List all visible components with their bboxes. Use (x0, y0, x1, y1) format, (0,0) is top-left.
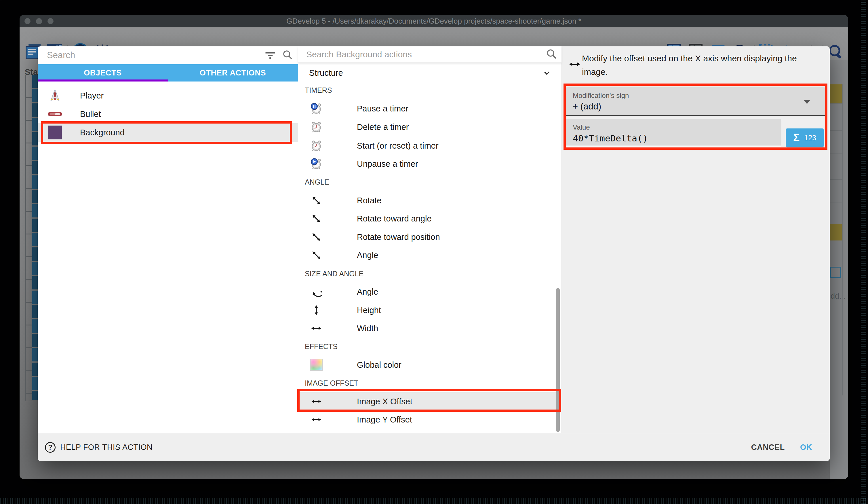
action-item-image-y-offset[interactable]: Image Y Offset (298, 410, 561, 429)
object-item-background[interactable]: Background (38, 123, 298, 142)
action-item-global-color[interactable]: Global color (298, 356, 561, 374)
timer-pause-icon (310, 102, 323, 115)
objects-search-row (38, 47, 298, 64)
actions-search-row (298, 47, 561, 63)
player-ship-icon (48, 89, 62, 102)
background-panel-strip: dd... (830, 60, 848, 479)
tab-other-actions[interactable]: OTHER ACTIONS (168, 64, 298, 81)
ok-button[interactable]: OK (793, 433, 819, 461)
search-icon[interactable] (282, 49, 293, 62)
highlighted-action-fragment (830, 224, 843, 241)
search-toolbar-icon[interactable] (828, 44, 844, 61)
action-item-image-x-offset[interactable]: Image X Offset (298, 392, 561, 411)
horizontal-arrows-icon (310, 323, 323, 334)
active-tab-underline (38, 80, 168, 81)
color-palette-icon (310, 359, 323, 371)
help-icon: ? (45, 442, 55, 453)
action-item-start-timer[interactable]: Start (or reset) a timer (298, 137, 561, 155)
action-item-rotate[interactable]: Rotate (298, 191, 561, 210)
objects-tabbar: OBJECTS OTHER ACTIONS (38, 64, 298, 81)
action-description: Modify the offset used on the X axis whe… (582, 52, 812, 79)
action-item-delete-timer[interactable]: Delete a timer (298, 118, 561, 136)
objects-search-input[interactable] (46, 50, 264, 61)
action-item-width[interactable]: Width (298, 319, 561, 337)
screenshot-stage: GDevelop 5 - /Users/dkarakay/Documents/G… (0, 0, 868, 504)
action-item-height[interactable]: Height (298, 301, 561, 319)
section-header-effects: EFFECTS (298, 337, 561, 356)
value-expression-field[interactable]: Value 40*TimeDelta() (566, 119, 782, 146)
action-item-rotate-toward-position[interactable]: Rotate toward position (298, 228, 561, 246)
action-item-angle-size[interactable]: Angle (298, 283, 561, 301)
gdevelop-window: GDevelop 5 - /Users/dkarakay/Documents/G… (20, 15, 848, 479)
rotate-arrow-icon (310, 195, 323, 206)
section-header-angle: ANGLE (298, 173, 561, 191)
dropdown-arrow-icon (804, 100, 810, 104)
actions-panel: Structure TIMERS Pause a timer Delete a … (298, 47, 561, 433)
horizontal-arrows-icon (310, 414, 323, 425)
action-item-unpause-timer[interactable]: Unpause a timer (298, 155, 561, 173)
section-header-size-and-angle: SIZE AND ANGLE (298, 264, 561, 283)
timer-play-icon (310, 158, 323, 170)
bullet-icon (48, 111, 62, 117)
rotate-arrow-icon (310, 231, 323, 243)
objects-panel: OBJECTS OTHER ACTIONS (38, 47, 298, 433)
horizontal-arrows-icon (310, 396, 323, 407)
desktop-texture (0, 498, 868, 504)
zoom-button[interactable] (48, 18, 53, 24)
vertical-arrows-icon (310, 304, 323, 316)
window-title: GDevelop 5 - /Users/dkarakay/Documents/G… (20, 15, 848, 27)
object-item-player[interactable]: Player (38, 87, 298, 105)
sigma-icon: Σ (793, 132, 799, 144)
timer-icon (310, 140, 323, 152)
scrollbar-thumb[interactable] (556, 288, 560, 432)
timer-icon (310, 121, 323, 133)
section-header-timers: TIMERS (298, 81, 561, 99)
object-item-bullet[interactable]: Bullet (38, 105, 298, 123)
event-sheet-actions-column (32, 74, 38, 400)
action-item-pause-timer[interactable]: Pause a timer (298, 99, 561, 118)
help-button[interactable]: ? HELP FOR THIS ACTION (45, 433, 153, 461)
desktop-texture (861, 0, 866, 504)
action-item-rotate-toward-angle[interactable]: Rotate toward angle (298, 209, 561, 228)
parameters-panel: Modify the offset used on the X axis whe… (561, 47, 830, 433)
add-action-label-fragment: dd... (830, 292, 846, 301)
section-header-image-offset: IMAGE OFFSET (298, 374, 561, 392)
modification-sign-select[interactable]: Modification's sign + (add) (566, 87, 825, 116)
selected-field-fragment (830, 267, 841, 278)
filter-icon[interactable] (264, 48, 277, 62)
cancel-button[interactable]: CANCEL (746, 433, 790, 461)
action-item-angle[interactable]: Angle (298, 246, 561, 264)
horizontal-arrows-icon (568, 58, 582, 72)
title-bar: GDevelop 5 - /Users/dkarakay/Documents/G… (20, 15, 848, 27)
group-selector[interactable]: Structure (298, 65, 561, 81)
actions-search-input[interactable] (306, 49, 545, 60)
chevron-down-icon (542, 69, 551, 79)
tab-objects[interactable]: OBJECTS (38, 64, 168, 81)
highlighted-action-fragment (830, 84, 843, 103)
dialog-footer: ? HELP FOR THIS ACTION CANCEL OK (38, 433, 830, 461)
rotate-arrow-icon (310, 213, 323, 224)
background-icon (48, 125, 62, 139)
rotation-ellipse-icon (310, 286, 323, 298)
instruction-editor-dialog: OBJECTS OTHER ACTIONS (38, 47, 830, 461)
minimize-button[interactable] (36, 18, 42, 24)
close-button[interactable] (24, 18, 31, 24)
search-icon[interactable] (545, 48, 557, 61)
rotate-arrow-icon (310, 249, 323, 261)
expression-builder-button[interactable]: Σ 123 (786, 129, 824, 147)
